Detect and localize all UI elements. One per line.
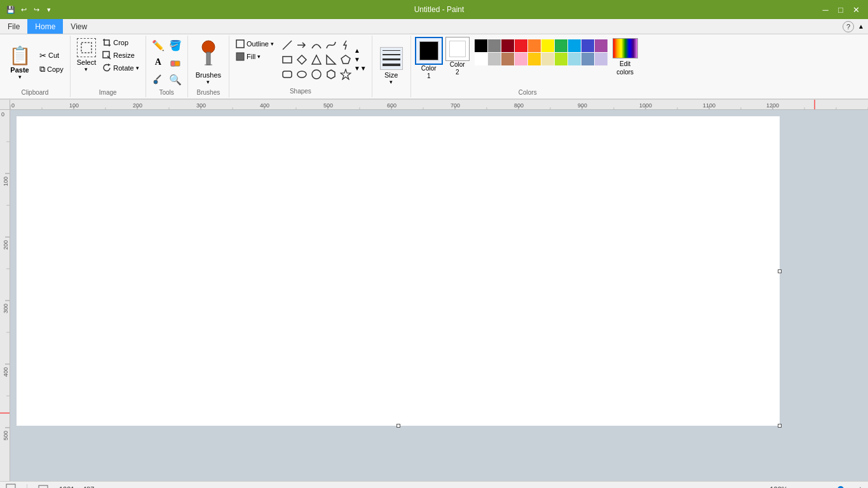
shape-hexagon[interactable] <box>324 67 338 81</box>
text-tool[interactable]: A <box>150 54 166 71</box>
shape-lightning[interactable] <box>339 38 353 52</box>
brushes-button[interactable]: Brushes ▾ <box>192 37 225 88</box>
window-controls: ─ □ ✕ <box>818 3 863 17</box>
palette-cell-2[interactable] <box>501 39 514 52</box>
zoom-minus-button[interactable]: − <box>794 484 799 489</box>
zoom-plus-button[interactable]: + <box>858 484 863 489</box>
shapes-grid-container: ▲ ▼ ▼▼ <box>280 38 368 80</box>
palette-cell-16[interactable] <box>555 53 567 65</box>
palette-cell-4[interactable] <box>528 39 541 52</box>
qa-dropdown-icon[interactable]: ▾ <box>43 4 55 15</box>
shape-arc[interactable] <box>309 38 323 52</box>
shape-pentagon[interactable] <box>339 53 353 67</box>
palette-cell-14[interactable] <box>528 53 541 65</box>
redo-icon[interactable]: ↪ <box>31 4 42 15</box>
svg-rect-11 <box>236 53 244 60</box>
handle-bottom-right[interactable] <box>778 424 782 428</box>
palette-cell-6[interactable] <box>555 39 567 52</box>
palette-cell-15[interactable] <box>541 53 554 65</box>
h-ruler-svg: 0 100 200 300 400 500 600 700 800 900 <box>10 100 868 110</box>
shapes-scroll-down[interactable]: ▼ <box>353 55 368 64</box>
shape-triangle[interactable] <box>309 53 323 67</box>
paste-button[interactable]: 📋 Paste ▾ <box>4 43 36 83</box>
outline-dropdown[interactable]: ▾ <box>271 41 274 47</box>
palette-cell-13[interactable] <box>515 53 527 65</box>
cut-icon: ✂ <box>39 51 46 60</box>
color-picker-tool[interactable] <box>150 71 166 88</box>
clipboard-group: 📋 Paste ▾ ✂ Cut ⧉ Copy Clipboard <box>0 36 71 97</box>
fill-button[interactable]: Fill ▾ <box>233 51 276 62</box>
minimize-button[interactable]: ─ <box>818 3 832 17</box>
rotate-dropdown[interactable]: ▾ <box>136 65 139 71</box>
outline-button[interactable]: Outline ▾ <box>233 38 276 50</box>
shapes-scroll-up[interactable]: ▲ <box>353 46 368 55</box>
palette-cell-19[interactable] <box>595 53 607 65</box>
zoom-slider-thumb[interactable] <box>837 486 844 489</box>
size-button[interactable]: Size ▾ <box>376 44 407 88</box>
palette-cell-18[interactable] <box>581 53 594 65</box>
eraser-icon <box>170 57 181 68</box>
palette-cell-8[interactable] <box>581 39 594 52</box>
shape-oval[interactable] <box>295 67 309 81</box>
dimensions-text: 1201 × 487px <box>59 485 102 489</box>
brushes-dropdown[interactable]: ▾ <box>207 79 210 85</box>
paste-dropdown-icon[interactable]: ▾ <box>18 74 22 80</box>
canvas-scroll[interactable] <box>10 110 868 481</box>
svg-marker-15 <box>312 55 321 64</box>
ribbon-collapse[interactable]: ▲ <box>858 23 864 30</box>
shape-circle[interactable] <box>309 67 323 81</box>
svg-text:900: 900 <box>578 102 587 109</box>
palette-cell-11[interactable] <box>488 53 501 65</box>
eraser-tool[interactable] <box>167 54 184 71</box>
fill-dropdown[interactable]: ▾ <box>257 53 261 60</box>
resize-button[interactable]: Resize <box>100 50 141 61</box>
color2-container: Color2 <box>445 37 470 76</box>
palette-cell-7[interactable] <box>568 39 581 52</box>
handle-right-middle[interactable] <box>778 269 782 273</box>
pencil-tool[interactable]: ✏️ <box>150 37 166 53</box>
select-button[interactable]: Select ▾ <box>74 37 99 74</box>
rotate-button[interactable]: Rotate ▾ <box>100 62 141 74</box>
palette-cell-10[interactable] <box>475 53 487 65</box>
maximize-button[interactable]: □ <box>834 3 848 17</box>
size-content: Size ▾ <box>376 37 407 95</box>
shape-rect[interactable] <box>280 53 294 67</box>
close-button[interactable]: ✕ <box>849 3 863 17</box>
menu-home[interactable]: Home <box>27 19 63 34</box>
shape-diamond[interactable] <box>295 53 309 67</box>
svg-text:200: 200 <box>133 102 142 109</box>
shape-freeform[interactable] <box>324 38 338 52</box>
palette-cell-1[interactable] <box>488 39 501 52</box>
palette-cell-5[interactable] <box>541 39 554 52</box>
palette-cell-0[interactable] <box>475 39 487 52</box>
palette-cell-9[interactable] <box>595 39 607 52</box>
select-dropdown[interactable]: ▾ <box>85 66 88 72</box>
save-icon[interactable]: 💾 <box>5 4 17 15</box>
crop-button[interactable]: Crop <box>100 37 141 48</box>
menu-file[interactable]: File <box>0 19 27 34</box>
color1-button[interactable] <box>415 37 443 65</box>
shape-line[interactable] <box>280 38 294 52</box>
copy-button[interactable]: ⧉ Copy <box>37 63 66 76</box>
palette-cell-17[interactable] <box>568 53 581 65</box>
drawing-canvas[interactable] <box>17 116 780 426</box>
undo-icon[interactable]: ↩ <box>18 4 29 15</box>
shape-rtriangle[interactable] <box>324 53 338 67</box>
palette-cell-12[interactable] <box>501 53 514 65</box>
edit-colors-button[interactable]: Editcolors <box>610 37 641 78</box>
help-button[interactable]: ? <box>843 21 854 32</box>
menu-view[interactable]: View <box>63 19 95 34</box>
palette-cell-3[interactable] <box>515 39 527 52</box>
fill-tool[interactable]: 🪣 <box>167 37 184 53</box>
dimensions-value: 1201 × 487px <box>59 485 102 489</box>
shape-arrow[interactable] <box>295 38 309 52</box>
edit-colors-label: Editcolors <box>616 60 634 76</box>
handle-bottom-middle[interactable] <box>397 424 400 428</box>
magnifier-tool[interactable]: 🔍 <box>167 71 184 88</box>
size-dropdown[interactable]: ▾ <box>390 79 393 85</box>
cut-button[interactable]: ✂ Cut <box>37 50 66 62</box>
shape-star[interactable] <box>339 67 353 81</box>
color2-button[interactable] <box>445 37 470 61</box>
shapes-scroll-more[interactable]: ▼▼ <box>353 64 368 72</box>
shape-rounded-rect[interactable] <box>280 67 294 81</box>
